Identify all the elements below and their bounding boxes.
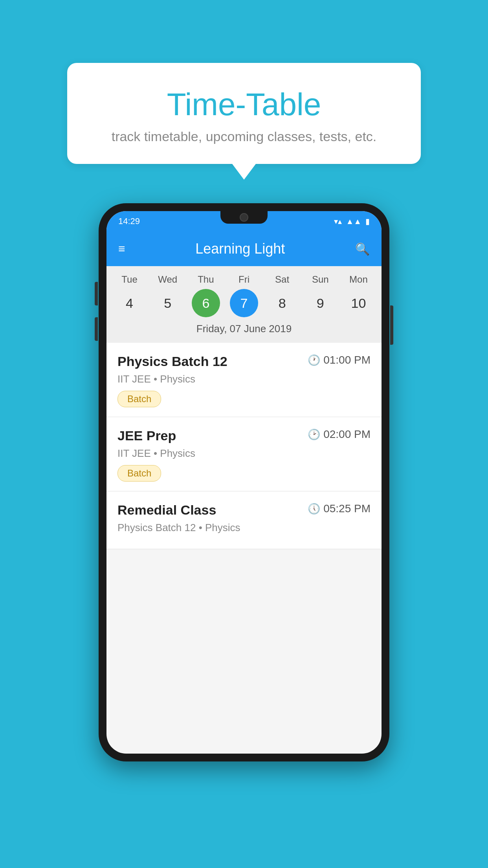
day-6-today[interactable]: 6	[192, 289, 220, 317]
event-header-2: JEE Prep 🕑 02:00 PM	[117, 428, 371, 443]
speech-bubble-tail	[232, 164, 256, 180]
phone-notch	[220, 211, 268, 224]
event-name-3: Remedial Class	[117, 502, 216, 518]
day-5[interactable]: 5	[154, 289, 182, 317]
event-item-1[interactable]: Physics Batch 12 🕐 01:00 PM IIT JEE • Ph…	[106, 343, 382, 417]
event-header-1: Physics Batch 12 🕐 01:00 PM	[117, 354, 371, 369]
events-list: Physics Batch 12 🕐 01:00 PM IIT JEE • Ph…	[106, 343, 382, 549]
phone-wrapper: 14:29 ▾▴ ▲▲ ▮ ≡ Learning Light 🔍 Tue Wed…	[99, 203, 389, 761]
day-name-fri: Fri	[228, 274, 260, 285]
day-8[interactable]: 8	[268, 289, 296, 317]
search-icon[interactable]: 🔍	[355, 242, 370, 256]
day-name-sat: Sat	[266, 274, 298, 285]
event-item-2[interactable]: JEE Prep 🕑 02:00 PM IIT JEE • Physics Ba…	[106, 417, 382, 491]
event-item-3[interactable]: Remedial Class 🕔 05:25 PM Physics Batch …	[106, 491, 382, 549]
event-time-2: 🕑 02:00 PM	[308, 428, 371, 441]
volume-up-button	[95, 282, 98, 305]
event-meta-2: IIT JEE • Physics	[117, 447, 371, 460]
day-name-mon: Mon	[343, 274, 374, 285]
event-name-2: JEE Prep	[117, 428, 176, 443]
day-9[interactable]: 9	[306, 289, 334, 317]
days-header: Tue Wed Thu Fri Sat Sun Mon	[110, 274, 378, 285]
volume-down-button	[95, 317, 98, 341]
clock-icon-1: 🕐	[308, 354, 320, 366]
batch-tag-2: Batch	[117, 465, 161, 482]
app-bar: ≡ Learning Light 🔍	[106, 232, 382, 266]
event-meta-3: Physics Batch 12 • Physics	[117, 522, 371, 534]
status-icons: ▾▴ ▲▲ ▮	[334, 217, 370, 226]
day-name-wed: Wed	[152, 274, 183, 285]
event-meta-1: IIT JEE • Physics	[117, 373, 371, 385]
status-time: 14:29	[118, 216, 140, 226]
event-header-3: Remedial Class 🕔 05:25 PM	[117, 502, 371, 518]
day-4[interactable]: 4	[116, 289, 144, 317]
selected-date-label: Friday, 07 June 2019	[110, 323, 378, 339]
power-button	[390, 305, 393, 345]
front-camera	[240, 213, 248, 222]
day-name-tue: Tue	[114, 274, 145, 285]
signal-icon: ▲▲	[346, 217, 361, 226]
day-name-thu: Thu	[190, 274, 222, 285]
speech-bubble: Time-Table track timetable, upcoming cla…	[67, 63, 421, 164]
event-time-3: 🕔 05:25 PM	[308, 502, 371, 515]
event-name-1: Physics Batch 12	[117, 354, 227, 369]
phone-screen: 14:29 ▾▴ ▲▲ ▮ ≡ Learning Light 🔍 Tue Wed…	[106, 211, 382, 754]
bubble-title: Time-Table	[87, 86, 401, 123]
days-numbers: 4 5 6 7 8 9 10	[110, 289, 378, 317]
bubble-subtitle: track timetable, upcoming classes, tests…	[87, 129, 401, 144]
clock-icon-2: 🕑	[308, 428, 320, 441]
day-7-selected[interactable]: 7	[230, 289, 258, 317]
app-bar-title: Learning Light	[195, 241, 285, 257]
speech-bubble-container: Time-Table track timetable, upcoming cla…	[67, 63, 421, 180]
phone-frame: 14:29 ▾▴ ▲▲ ▮ ≡ Learning Light 🔍 Tue Wed…	[99, 203, 389, 761]
batch-tag-1: Batch	[117, 391, 161, 407]
clock-icon-3: 🕔	[308, 503, 320, 515]
wifi-icon: ▾▴	[334, 217, 342, 226]
menu-icon[interactable]: ≡	[118, 242, 125, 256]
calendar-strip: Tue Wed Thu Fri Sat Sun Mon 4 5 6 7 8 9 …	[106, 266, 382, 343]
event-time-1: 🕐 01:00 PM	[308, 354, 371, 366]
battery-icon: ▮	[365, 217, 370, 226]
day-10[interactable]: 10	[344, 289, 372, 317]
day-name-sun: Sun	[305, 274, 336, 285]
